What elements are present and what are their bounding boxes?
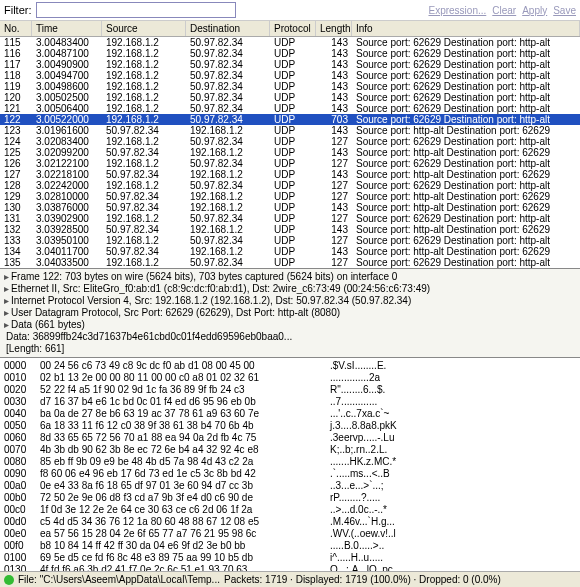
table-row[interactable]: 1213.00506400192.168.1.250.97.82.34UDP14… (0, 103, 580, 114)
hex-pane[interactable]: 000000 24 56 c6 73 49 c8 9c dc f0 ab d1 … (0, 358, 580, 571)
detail-line[interactable]: ▸Data (661 bytes) (4, 319, 576, 331)
hex-row[interactable]: 00608d 33 65 65 72 56 70 a1 88 ea 94 0a … (4, 432, 576, 444)
hex-row[interactable]: 010069 5e d5 ce fd f6 8c 48 e3 89 75 aa … (4, 552, 576, 564)
cell-dst: 192.168.1.2 (186, 169, 270, 180)
cell-src: 192.168.1.2 (102, 213, 186, 224)
detail-line[interactable]: ▸Ethernet II, Src: EliteGro_f0:ab:d1 (c8… (4, 283, 576, 295)
hex-offset: 0010 (4, 372, 40, 384)
cell-info: Source port: 62629 Destination port: htt… (352, 235, 580, 246)
packet-list[interactable]: No. Time Source Destination Protocol Len… (0, 21, 580, 269)
table-row[interactable]: 1163.00487100192.168.1.250.97.82.34UDP14… (0, 48, 580, 59)
table-row[interactable]: 1253.0209920050.97.82.34192.168.1.2UDP14… (0, 147, 580, 158)
cell-dst: 192.168.1.2 (186, 224, 270, 235)
cell-time: 3.03950100 (32, 235, 102, 246)
hex-bytes: 72 50 2e 9e 06 d8 f3 cd a7 9b 3f e4 d0 c… (40, 492, 330, 504)
hex-row[interactable]: 00b072 50 2e 9e 06 d8 f3 cd a7 9b 3f e4 … (4, 492, 576, 504)
hex-row[interactable]: 00704b 3b db 90 62 3b 8e ec 72 6e b4 a4 … (4, 444, 576, 456)
apply-link[interactable]: Apply (522, 5, 547, 16)
expand-icon[interactable]: ▸ (4, 271, 9, 282)
detail-line[interactable]: Data: 36899ffb24c3d71637b4e61cbd0c01f4ed… (4, 331, 576, 343)
detail-line[interactable]: [Length: 661] (4, 343, 576, 355)
table-row[interactable]: 1193.00498600192.168.1.250.97.82.34UDP14… (0, 81, 580, 92)
cell-src: 192.168.1.2 (102, 48, 186, 59)
col-destination[interactable]: Destination (186, 21, 270, 36)
cell-no: 130 (0, 202, 32, 213)
hex-ascii: .......HK.z.MC.* (330, 456, 576, 468)
cell-info: Source port: 62629 Destination port: htt… (352, 70, 580, 81)
expression-link[interactable]: Expression... (428, 5, 486, 16)
cell-info: Source port: http-alt Destination port: … (352, 147, 580, 158)
hex-offset: 0050 (4, 420, 40, 432)
table-row[interactable]: 1283.02242000192.168.1.250.97.82.34UDP12… (0, 180, 580, 191)
hex-row[interactable]: 0040ba 0a de 27 8e b6 63 19 ac 37 78 61 … (4, 408, 576, 420)
cell-no: 117 (0, 59, 32, 70)
filter-input[interactable] (36, 2, 236, 18)
cell-src: 192.168.1.2 (102, 257, 186, 268)
cell-info: Source port: 62629 Destination port: htt… (352, 180, 580, 191)
detail-line[interactable]: ▸Frame 122: 703 bytes on wire (5624 bits… (4, 271, 576, 283)
hex-row[interactable]: 00a00e e4 33 8a f6 18 65 df 97 01 3e 60 … (4, 480, 576, 492)
table-row[interactable]: 1313.03902900192.168.1.250.97.82.34UDP12… (0, 213, 580, 224)
cell-no: 119 (0, 81, 32, 92)
col-no[interactable]: No. (0, 21, 32, 36)
clear-link[interactable]: Clear (492, 5, 516, 16)
hex-bytes: ea 57 56 15 28 04 2e 6f 65 77 a7 76 21 9… (40, 528, 330, 540)
table-row[interactable]: 1333.03950100192.168.1.250.97.82.34UDP12… (0, 235, 580, 246)
cell-dst: 192.168.1.2 (186, 191, 270, 202)
expand-icon[interactable]: ▸ (4, 307, 9, 318)
cell-proto: UDP (270, 257, 316, 268)
table-row[interactable]: 1153.00483400192.168.1.250.97.82.34UDP14… (0, 37, 580, 48)
cell-proto: UDP (270, 59, 316, 70)
col-length[interactable]: Length (316, 21, 352, 36)
hex-row[interactable]: 01304f fd f6 a6 3b d2 41 f7 0e 2c 6c 51 … (4, 564, 576, 571)
hex-row[interactable]: 00c01f 0d 3e 12 2e 2e 64 ce 30 63 ce c6 … (4, 504, 576, 516)
hex-row[interactable]: 00506a 18 33 11 f6 12 c0 38 9f 38 61 38 … (4, 420, 576, 432)
table-row[interactable]: 1183.00494700192.168.1.250.97.82.34UDP14… (0, 70, 580, 81)
hex-row[interactable]: 00d0c5 4d d5 34 36 76 12 1a 80 60 48 88 … (4, 516, 576, 528)
hex-row[interactable]: 0030d7 16 37 b4 e6 1c bd 0c 01 f4 ed d6 … (4, 396, 576, 408)
table-row[interactable]: 1293.0281000050.97.82.34192.168.1.2UDP12… (0, 191, 580, 202)
hex-row[interactable]: 008085 eb ff 9b 09 e9 be 48 4b d5 7a 98 … (4, 456, 576, 468)
expand-icon[interactable]: ▸ (4, 283, 9, 294)
table-row[interactable]: 1223.00522000192.168.1.250.97.82.34UDP70… (0, 114, 580, 125)
detail-line[interactable]: ▸User Datagram Protocol, Src Port: 62629… (4, 307, 576, 319)
expand-icon[interactable]: ▸ (4, 319, 9, 330)
cell-len: 143 (316, 48, 352, 59)
hex-row[interactable]: 00e0ea 57 56 15 28 04 2e 6f 65 77 a7 76 … (4, 528, 576, 540)
hex-bytes: 00 24 56 c6 73 49 c8 9c dc f0 ab d1 08 0… (40, 360, 330, 372)
hex-row[interactable]: 001002 b1 13 2e 00 00 80 11 00 00 c0 a8 … (4, 372, 576, 384)
cell-no: 118 (0, 70, 32, 81)
cell-proto: UDP (270, 114, 316, 125)
hex-row[interactable]: 002052 22 f4 a5 1f 90 02 9d 1c fa 36 89 … (4, 384, 576, 396)
table-row[interactable]: 1173.00490900192.168.1.250.97.82.34UDP14… (0, 59, 580, 70)
table-row[interactable]: 1353.04033500192.168.1.250.97.82.34UDP12… (0, 257, 580, 268)
cell-src: 50.97.82.34 (102, 147, 186, 158)
hex-row[interactable]: 000000 24 56 c6 73 49 c8 9c dc f0 ab d1 … (4, 360, 576, 372)
hex-offset: 0020 (4, 384, 40, 396)
cell-no: 134 (0, 246, 32, 257)
hex-bytes: 6a 18 33 11 f6 12 c0 38 9f 38 61 38 b4 7… (40, 420, 330, 432)
table-row[interactable]: 1233.0196160050.97.82.34192.168.1.2UDP14… (0, 125, 580, 136)
col-protocol[interactable]: Protocol (270, 21, 316, 36)
col-info[interactable]: Info (352, 21, 580, 36)
col-source[interactable]: Source (102, 21, 186, 36)
cell-info: Source port: http-alt Destination port: … (352, 224, 580, 235)
table-row[interactable]: 1343.0401170050.97.82.34192.168.1.2UDP14… (0, 246, 580, 257)
hex-offset: 0000 (4, 360, 40, 372)
hex-row[interactable]: 0090f8 60 06 e4 96 eb 17 6d 73 ed 1e c5 … (4, 468, 576, 480)
table-row[interactable]: 1303.0387600050.97.82.34192.168.1.2UDP14… (0, 202, 580, 213)
col-time[interactable]: Time (32, 21, 102, 36)
table-row[interactable]: 1273.0221810050.97.82.34192.168.1.2UDP14… (0, 169, 580, 180)
hex-row[interactable]: 00f0b8 10 84 14 ff 42 ff 30 da 04 e6 9f … (4, 540, 576, 552)
table-row[interactable]: 1243.02083400192.168.1.250.97.82.34UDP12… (0, 136, 580, 147)
cell-time: 3.00502500 (32, 92, 102, 103)
table-row[interactable]: 1203.00502500192.168.1.250.97.82.34UDP14… (0, 92, 580, 103)
save-link[interactable]: Save (553, 5, 576, 16)
expand-icon[interactable]: ▸ (4, 295, 9, 306)
table-row[interactable]: 1263.02122100192.168.1.250.97.82.34UDP12… (0, 158, 580, 169)
cell-proto: UDP (270, 81, 316, 92)
table-row[interactable]: 1323.0392850050.97.82.34192.168.1.2UDP14… (0, 224, 580, 235)
cell-src: 192.168.1.2 (102, 70, 186, 81)
packet-details[interactable]: ▸Frame 122: 703 bytes on wire (5624 bits… (0, 269, 580, 358)
detail-line[interactable]: ▸Internet Protocol Version 4, Src: 192.1… (4, 295, 576, 307)
